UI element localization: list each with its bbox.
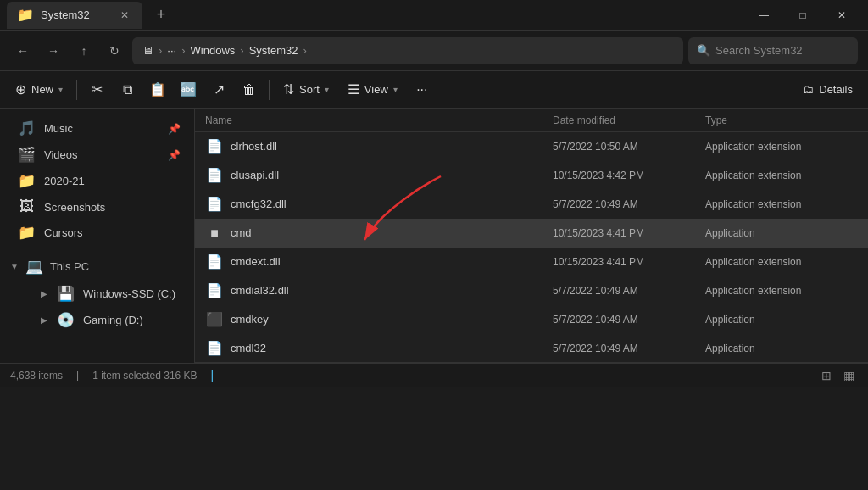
new-chevron-icon: ▾ xyxy=(58,85,63,94)
screenshots-icon: 🖼 xyxy=(17,198,36,215)
gaming-expand-icon: ▶ xyxy=(41,315,47,325)
column-name[interactable]: Name xyxy=(205,114,553,126)
toolbar: ⊕ New ▾ ✂ ⧉ 📋 🔤 ↗ 🗑 ⇅ Sort ▾ ☰ View ▾ ··… xyxy=(0,71,868,109)
folder-2020-icon: 📁 xyxy=(17,172,36,190)
tab-close-button[interactable]: ✕ xyxy=(117,8,132,23)
item-count: 4,638 items xyxy=(10,370,63,381)
file-icon-cmd: ■ xyxy=(205,226,224,241)
tab-title: System32 xyxy=(41,8,90,21)
sidebar-item-cursors[interactable]: 📁 Cursors xyxy=(3,220,191,246)
pin-icon-music: 📌 xyxy=(168,123,181,135)
file-date-0: 5/7/2022 10:50 AM xyxy=(553,141,705,153)
music-icon: 🎵 xyxy=(17,120,36,137)
sidebar-item-gaming[interactable]: ▶ 💿 Gaming (D:) xyxy=(27,307,191,333)
paste-button[interactable]: 📋 xyxy=(143,76,172,103)
new-button[interactable]: ⊕ New ▾ xyxy=(7,76,71,103)
sidebar-label-2020: 2020-21 xyxy=(44,175,85,187)
delete-button[interactable]: 🗑 xyxy=(235,76,264,103)
file-list: 📄 clrhost.dll 5/7/2022 10:50 AM Applicat… xyxy=(195,132,868,363)
file-date-4: 10/15/2023 4:41 PM xyxy=(553,256,705,268)
tab-folder-icon: 📁 xyxy=(17,7,34,23)
sidebar-item-music[interactable]: 🎵 Music 📌 xyxy=(3,115,191,142)
pin-icon-videos: 📌 xyxy=(168,149,181,161)
sidebar-item-windows-ssd[interactable]: ▶ 💾 Windows-SSD (C:) xyxy=(27,281,191,307)
sort-button[interactable]: ⇅ Sort ▾ xyxy=(275,76,337,103)
this-pc-chevron-icon: ▼ xyxy=(10,262,19,271)
table-row[interactable]: 📄 clrhost.dll 5/7/2022 10:50 AM Applicat… xyxy=(195,132,868,161)
title-bar: 📁 System32 ✕ + — □ ✕ xyxy=(0,0,868,31)
file-name-1: clusapi.dll xyxy=(231,169,553,181)
table-row[interactable]: 📄 cmdial32.dll 5/7/2022 10:49 AM Applica… xyxy=(195,276,868,305)
sidebar-item-screenshots[interactable]: 🖼 Screenshots xyxy=(3,194,191,220)
file-icon-6: ⬛ xyxy=(205,311,224,327)
address-bar: ← → ↑ ↻ 🖥 › ··· › Windows › System32 › 🔍… xyxy=(0,31,868,71)
sidebar-item-videos[interactable]: 🎬 Videos 📌 xyxy=(3,142,191,168)
view-toggle-group: ⊞ ▦ xyxy=(817,366,858,385)
view-chevron-icon: ▾ xyxy=(393,85,398,94)
new-label: New xyxy=(31,83,53,96)
file-area: Name Date modified Type 📄 clrhost.dll 5/… xyxy=(195,109,868,363)
table-row[interactable]: 📄 cmdl32 5/7/2022 10:49 AM Application xyxy=(195,334,868,363)
content-wrapper: 🎵 Music 📌 🎬 Videos 📌 📁 2020-21 🖼 Screens… xyxy=(0,109,868,363)
this-pc-children: ▶ 💾 Windows-SSD (C:) ▶ 💿 Gaming (D:) xyxy=(0,281,194,333)
this-pc-section[interactable]: ▼ 💻 This PC xyxy=(0,253,194,281)
forward-button[interactable]: → xyxy=(41,38,66,64)
file-name-cmd: cmd xyxy=(231,226,553,239)
file-date-cmd: 10/15/2023 4:41 PM xyxy=(553,227,705,239)
path-ellipsis: ··· xyxy=(167,44,176,57)
cursors-icon: 📁 xyxy=(17,224,36,242)
new-tab-button[interactable]: + xyxy=(149,3,173,27)
more-button[interactable]: ··· xyxy=(408,76,437,103)
new-icon: ⊕ xyxy=(15,81,26,97)
file-type-5: Application extension xyxy=(705,285,858,297)
file-name-5: cmdial32.dll xyxy=(231,284,553,297)
details-label: Details xyxy=(819,83,853,96)
search-box[interactable]: 🔍 Search System32 xyxy=(688,37,858,64)
file-name-2: cmcfg32.dll xyxy=(231,198,553,210)
search-placeholder: Search System32 xyxy=(715,44,803,57)
sidebar-label-gaming: Gaming (D:) xyxy=(83,314,143,326)
file-name-4: cmdext.dll xyxy=(231,255,553,268)
rename-button[interactable]: 🔤 xyxy=(174,76,203,103)
sort-label: Sort xyxy=(299,83,320,96)
minimize-button[interactable]: — xyxy=(744,0,783,31)
table-row[interactable]: 📄 cmdext.dll 10/15/2023 4:41 PM Applicat… xyxy=(195,248,868,276)
file-icon-5: 📄 xyxy=(205,282,224,298)
sort-chevron-icon: ▾ xyxy=(325,85,329,94)
file-type-cmd: Application xyxy=(705,227,858,239)
file-icon-0: 📄 xyxy=(205,138,224,154)
sidebar-label-windows-ssd: Windows-SSD (C:) xyxy=(83,287,175,300)
table-row[interactable]: 📄 clusapi.dll 10/15/2023 4:42 PM Applica… xyxy=(195,161,868,190)
path-system32: System32 xyxy=(249,44,298,57)
window-controls: — □ ✕ xyxy=(744,0,861,31)
sidebar-item-2020-21[interactable]: 📁 2020-21 xyxy=(3,168,191,194)
address-path[interactable]: 🖥 › ··· › Windows › System32 › xyxy=(132,37,683,64)
search-icon: 🔍 xyxy=(697,44,710,57)
sidebar-label-cursors: Cursors xyxy=(44,226,83,239)
close-button[interactable]: ✕ xyxy=(822,0,861,31)
column-date[interactable]: Date modified xyxy=(553,114,705,126)
details-button[interactable]: 🗂 Details xyxy=(794,76,861,103)
column-type[interactable]: Type xyxy=(705,114,858,126)
list-view-button[interactable]: ▦ xyxy=(839,366,858,385)
up-button[interactable]: ↑ xyxy=(71,38,97,64)
sort-icon: ⇅ xyxy=(283,81,294,97)
ssd-expand-icon: ▶ xyxy=(41,289,47,298)
table-row-cmd[interactable]: ■ cmd 10/15/2023 4:41 PM Application xyxy=(195,219,868,248)
maximize-button[interactable]: □ xyxy=(783,0,822,31)
back-button[interactable]: ← xyxy=(10,38,36,64)
file-type-7: Application xyxy=(705,342,858,354)
file-type-0: Application extension xyxy=(705,141,858,153)
file-icon-7: 📄 xyxy=(205,340,224,356)
path-computer-icon: 🖥 xyxy=(142,44,153,57)
status-bar: 4,638 items | 1 item selected 316 KB | ⊞… xyxy=(0,363,868,387)
active-tab[interactable]: 📁 System32 ✕ xyxy=(7,2,142,29)
view-button[interactable]: ☰ View ▾ xyxy=(339,76,406,103)
details-view-button[interactable]: ⊞ xyxy=(817,366,836,385)
table-row[interactable]: ⬛ cmdkey 5/7/2022 10:49 AM Application xyxy=(195,305,868,334)
refresh-button[interactable]: ↻ xyxy=(102,38,127,64)
table-row[interactable]: 📄 cmcfg32.dll 5/7/2022 10:49 AM Applicat… xyxy=(195,190,868,219)
copy-button[interactable]: ⧉ xyxy=(113,76,142,103)
share-button[interactable]: ↗ xyxy=(204,76,233,103)
cut-button[interactable]: ✂ xyxy=(82,76,111,103)
